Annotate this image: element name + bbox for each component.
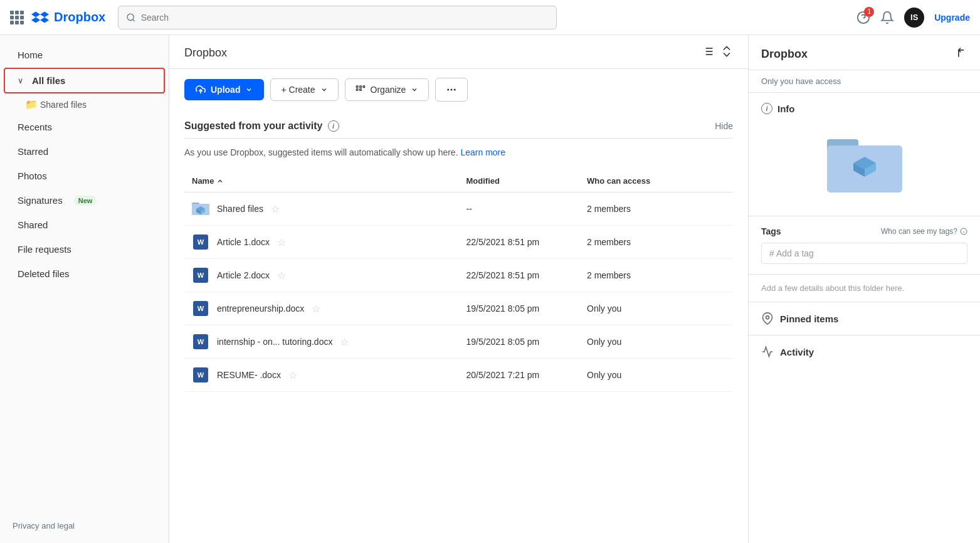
svg-point-17 [451,89,453,91]
logo-text: Dropbox [54,10,105,24]
more-icon [446,84,457,95]
file-modified: 19/5/2021 8:05 pm [459,325,580,359]
svg-point-0 [127,14,134,20]
help-button[interactable]: 1 [856,11,870,24]
right-panel-header: Dropbox [749,35,980,70]
tags-link[interactable]: Who can see my tags? [881,227,967,236]
tag-input[interactable] [761,243,967,264]
star-icon[interactable]: ☆ [288,369,297,381]
file-name: internship - on... tutoring.docx [217,337,332,347]
sidebar-item-all-files[interactable]: ∨ All files [4,68,165,93]
activity-section[interactable]: Activity [749,335,980,368]
sidebar-item-signatures[interactable]: Signatures New [5,189,164,212]
file-name: Article 1.docx [217,237,270,247]
table-header-row: Name Modified Who can access [184,170,733,192]
file-modified: 22/5/2021 8:51 pm [459,259,580,292]
activity-label: Activity [780,347,814,357]
avatar[interactable]: IS [904,8,924,28]
topbar: Dropbox 1 IS Upgrade [0,0,980,35]
pinned-items-section[interactable]: Pinned items [749,302,980,335]
dropbox-logo-icon [31,9,49,26]
star-icon[interactable]: ☆ [277,236,286,248]
upload-icon [196,85,206,95]
file-name-cell: W entrepreneurship.docx ☆ [184,292,459,325]
grid-menu-icon[interactable] [10,11,24,24]
list-view-icon[interactable] [702,45,714,61]
shared-label: Shared [18,219,48,230]
word-icon: W [193,301,208,316]
file-name-cell: W internship - on... tutoring.docx ☆ [184,325,459,359]
table-row[interactable]: Shared files ☆ -- 2 members [184,192,733,226]
starred-label: Starred [18,146,48,157]
file-access: 2 members [579,226,733,259]
create-chevron-icon [320,86,328,93]
file-access: 2 members [579,259,733,292]
activity-icon [761,345,774,358]
search-bar[interactable] [118,6,557,29]
folder-description: Add a few details about this folder here… [749,275,980,302]
sidebar: Home ∨ All files 📁 Shared files Recents … [0,35,169,543]
file-modified: -- [459,192,580,226]
close-panel-button[interactable] [955,46,967,62]
svg-point-30 [766,316,769,319]
col-modified-header[interactable]: Modified [459,170,580,192]
sidebar-item-starred[interactable]: Starred [5,140,164,163]
file-table-body: Shared files ☆ -- 2 members W Article 1.… [184,192,733,392]
star-icon[interactable]: ☆ [271,203,280,215]
table-row[interactable]: W RESUME- .docx ☆ 20/5/2021 7:21 pm Only… [184,359,733,392]
upload-button[interactable]: Upload [184,79,264,100]
close-panel-icon [955,46,967,59]
create-label: + Create [281,85,315,95]
file-name-cell: W Article 2.docx ☆ [184,259,459,292]
signatures-new-badge: New [74,196,97,206]
svg-point-18 [454,89,456,91]
tags-header: Tags Who can see my tags? [761,226,967,236]
sidebar-privacy-legal[interactable]: Privacy and legal [0,516,169,535]
file-name-cell: W Article 1.docx ☆ [184,226,459,259]
tags-info-icon [960,228,967,235]
sidebar-item-shared-files[interactable]: 📁 Shared files [0,94,169,115]
star-icon[interactable]: ☆ [340,336,349,348]
create-button[interactable]: + Create [270,78,338,101]
more-options-button[interactable] [435,78,468,102]
home-label: Home [18,50,43,60]
sidebar-item-deleted-files[interactable]: Deleted files [5,262,164,285]
suggested-desc: As you use Dropbox, suggested items will… [184,139,733,170]
learn-more-link[interactable]: Learn more [460,147,505,157]
sort-icon[interactable] [720,45,733,61]
star-icon[interactable]: ☆ [277,270,286,282]
file-access: 2 members [579,192,733,226]
file-name-cell: Shared files ☆ [184,192,459,226]
table-row[interactable]: W internship - on... tutoring.docx ☆ 19/… [184,325,733,359]
table-row[interactable]: W Article 2.docx ☆ 22/5/2021 8:51 pm 2 m… [184,259,733,292]
suggested-header: Suggested from your activity i Hide [184,110,733,139]
folder-preview-icon [827,133,902,196]
file-modified: 19/5/2021 8:05 pm [459,292,580,325]
table-row[interactable]: W entrepreneurship.docx ☆ 19/5/2021 8:05… [184,292,733,325]
upload-label: Upload [211,85,240,95]
upgrade-button[interactable]: Upgrade [934,13,970,23]
svg-line-1 [133,19,135,21]
shared-folder-icon: 📁 [25,98,38,110]
table-row[interactable]: W Article 1.docx ☆ 22/5/2021 8:51 pm 2 m… [184,226,733,259]
notifications-button[interactable] [880,11,894,24]
file-table: Name Modified Who can access [184,170,733,392]
sidebar-item-recents[interactable]: Recents [5,115,164,139]
sidebar-item-home[interactable]: Home [5,43,164,66]
folder-preview [761,123,967,206]
folder-icon [192,201,209,216]
sidebar-item-file-requests[interactable]: File requests [5,238,164,261]
organize-button[interactable]: Organize [345,78,429,101]
search-input[interactable] [141,13,549,23]
sidebar-item-photos[interactable]: Photos [5,164,164,187]
sidebar-item-shared[interactable]: Shared [5,213,164,236]
star-icon[interactable]: ☆ [312,303,320,315]
suggested-title-text: Suggested from your activity [184,120,323,132]
word-icon: W [193,235,208,250]
col-name-header[interactable]: Name [184,170,459,192]
recents-label: Recents [18,122,52,132]
hide-button[interactable]: Hide [715,121,733,131]
info-icon[interactable]: i [328,120,339,132]
toolbar: Upload + Create Organize [169,69,748,110]
search-icon [126,13,135,23]
